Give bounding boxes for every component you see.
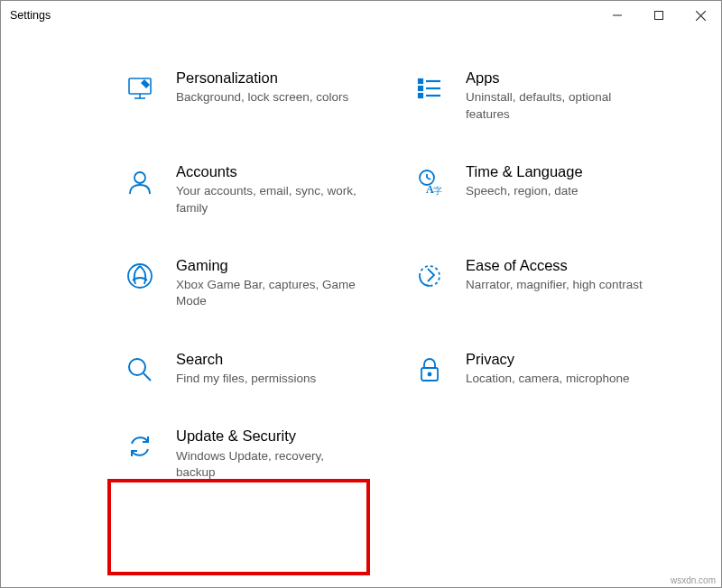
category-subtitle: Xbox Game Bar, captures, Game Mode xyxy=(176,277,366,309)
search-icon xyxy=(124,354,156,386)
category-ease-of-access[interactable]: Ease of Access Narrator, magnifier, high… xyxy=(413,256,685,310)
maximize-button[interactable] xyxy=(638,1,680,30)
category-privacy[interactable]: Privacy Location, camera, microphone xyxy=(413,350,685,388)
svg-point-19 xyxy=(128,264,152,288)
svg-line-16 xyxy=(427,178,430,179)
category-subtitle: Location, camera, microphone xyxy=(466,371,655,387)
category-text: Apps Uninstall, defaults, optional featu… xyxy=(466,69,685,123)
settings-window: Settings xyxy=(0,0,722,588)
category-personalization[interactable]: Personalization Background, lock screen,… xyxy=(124,69,395,123)
category-title: Privacy xyxy=(466,350,685,369)
category-time-language[interactable]: A 字 Time & Language Speech, region, date xyxy=(413,162,685,216)
category-title: Time & Language xyxy=(466,162,685,181)
accounts-icon xyxy=(124,166,156,198)
watermark: wsxdn.com xyxy=(671,575,716,585)
category-title: Update & Security xyxy=(176,427,395,446)
category-search[interactable]: Search Find my files, permissions xyxy=(124,350,395,388)
category-text: Time & Language Speech, region, date xyxy=(466,162,685,200)
svg-rect-8 xyxy=(419,87,422,90)
close-button[interactable] xyxy=(680,1,721,30)
category-grid: Personalization Background, lock screen,… xyxy=(1,69,721,481)
category-text: Privacy Location, camera, microphone xyxy=(466,350,685,388)
category-title: Ease of Access xyxy=(466,256,685,275)
svg-rect-7 xyxy=(419,79,422,83)
category-text: Gaming Xbox Game Bar, captures, Game Mod… xyxy=(176,256,395,310)
category-accounts[interactable]: Accounts Your accounts, email, sync, wor… xyxy=(124,162,395,216)
svg-text:字: 字 xyxy=(433,186,442,196)
titlebar: Settings xyxy=(1,1,721,30)
category-update-security[interactable]: Update & Security Windows Update, recove… xyxy=(124,427,395,481)
time-language-icon: A 字 xyxy=(413,166,446,198)
category-text: Update & Security Windows Update, recove… xyxy=(176,427,395,481)
category-text: Ease of Access Narrator, magnifier, high… xyxy=(466,256,685,294)
category-title: Personalization xyxy=(176,69,395,87)
update-security-icon xyxy=(124,430,156,463)
svg-line-21 xyxy=(143,373,151,381)
ease-of-access-icon xyxy=(413,260,446,292)
category-subtitle: Background, lock screen, colors xyxy=(176,89,366,106)
category-text: Accounts Your accounts, email, sync, wor… xyxy=(176,162,395,216)
category-title: Apps xyxy=(466,69,685,87)
svg-point-13 xyxy=(134,172,145,183)
gaming-icon xyxy=(124,260,156,292)
svg-rect-1 xyxy=(655,12,663,20)
window-title: Settings xyxy=(10,9,51,22)
category-title: Search xyxy=(176,350,395,369)
category-subtitle: Uninstall, defaults, optional features xyxy=(466,89,655,122)
category-subtitle: Your accounts, email, sync, work, family xyxy=(176,183,366,216)
category-subtitle: Narrator, magnifier, high contrast xyxy=(466,277,655,293)
category-subtitle: Windows Update, recovery, backup xyxy=(176,448,366,481)
svg-rect-9 xyxy=(419,94,422,97)
apps-icon xyxy=(413,72,446,105)
category-subtitle: Speech, region, date xyxy=(466,183,655,199)
category-title: Gaming xyxy=(176,256,395,275)
category-title: Accounts xyxy=(176,162,395,181)
category-gaming[interactable]: Gaming Xbox Game Bar, captures, Game Mod… xyxy=(124,256,395,310)
svg-point-23 xyxy=(429,372,431,375)
personalization-icon xyxy=(124,72,156,105)
svg-point-20 xyxy=(129,359,145,375)
category-text: Personalization Background, lock screen,… xyxy=(176,69,395,106)
minimize-button[interactable] xyxy=(597,1,638,30)
category-apps[interactable]: Apps Uninstall, defaults, optional featu… xyxy=(413,69,685,123)
window-controls xyxy=(597,1,721,30)
category-text: Search Find my files, permissions xyxy=(176,350,395,388)
privacy-icon xyxy=(413,354,446,386)
category-subtitle: Find my files, permissions xyxy=(176,371,366,387)
content-area: Personalization Background, lock screen,… xyxy=(1,69,721,587)
